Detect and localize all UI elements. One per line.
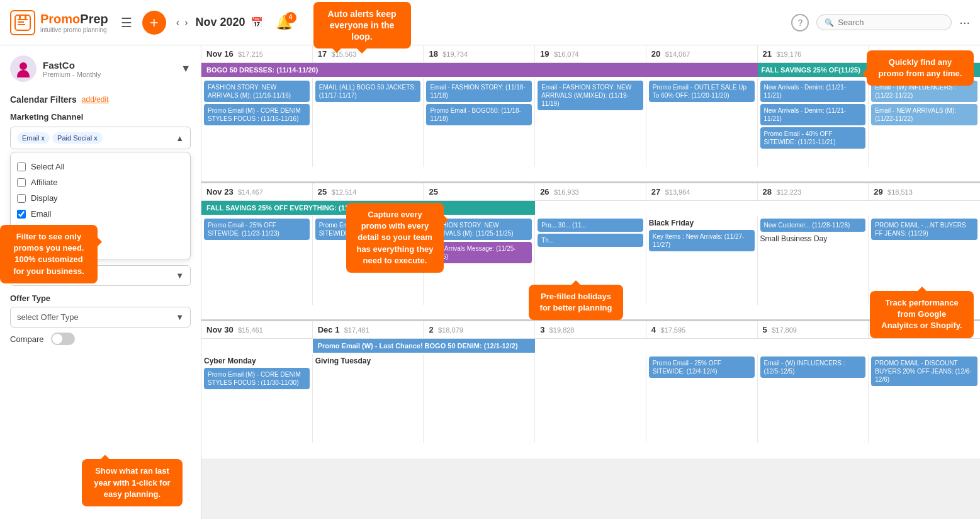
promo-card[interactable]: PROMO EMAIL - DISCOUNT BUYERS 20% OFF JE…	[871, 356, 977, 386]
week3-header: Nov 30 $15,461 Dec 1 $17,481 2 $18,079 3…	[201, 321, 980, 339]
day-cell-19: Email - FASHION STORY: NEW ARRIVALS (W,M…	[535, 78, 646, 167]
hamburger-icon[interactable]: ☰	[121, 15, 132, 30]
promo-card[interactable]: EMAIL (ALL) BOGO 50 JACKETS: (11/17-11/1…	[315, 81, 421, 102]
holiday-black-friday: Black Friday	[649, 219, 755, 227]
company-chevron[interactable]: ▼	[181, 63, 191, 74]
day-header-dec2: 2 $18,079	[424, 321, 535, 338]
day-header-18: 18 $19,734	[424, 45, 535, 62]
add-button[interactable]: +	[142, 11, 166, 35]
promo-card[interactable]: Key Items : New Arrivals: (11/27-11/27)	[649, 230, 755, 251]
promo-bar-bogo-denim[interactable]: Promo Email (W) - Last Chance! BOGO 50 D…	[313, 339, 535, 353]
promo-card[interactable]: PROMO EMAIL - ...NT BUYERS FF JEANS: (11…	[871, 219, 977, 240]
promo-card[interactable]: Promo Email (M) - CORE DENIM STYLES FOCU…	[204, 368, 310, 389]
day-header-30: Nov 30 $15,461	[201, 321, 313, 338]
calendar-icon[interactable]: 📅	[251, 16, 263, 28]
tooltip-capture: Capture every promo with every detail so…	[346, 203, 444, 273]
day-header-23: Nov 23 $14,467	[201, 183, 313, 200]
notifications-bell[interactable]: 🔔 4 Auto alerts keep everyone in the loo…	[276, 14, 293, 31]
svg-point-7	[17, 70, 30, 77]
day-header-26: 26 $16,933	[535, 183, 646, 200]
company-row: FastCo Premium - Monthly ▼	[10, 55, 191, 82]
day-cell-22: Email - (W) INFLUENCERS : (11/22-11/22) …	[869, 78, 980, 167]
offer-type-select[interactable]: select Offer Type ▼	[10, 307, 191, 328]
svg-point-6	[20, 62, 27, 70]
next-arrow[interactable]: ›	[182, 14, 190, 31]
day-cell-dec6: PROMO EMAIL - DISCOUNT BUYERS 20% OFF JE…	[869, 354, 980, 443]
promo-card[interactable]: Promo Email - OUTLET SALE Up To 60% OFF:…	[649, 81, 755, 102]
day-cell-27: Black Friday Key Items : New Arrivals: (…	[646, 216, 758, 305]
compare-toggle[interactable]	[51, 333, 75, 345]
offer-type-label: Offer Type	[10, 294, 191, 303]
compare-label: Compare	[10, 334, 43, 344]
filters-header: Calendar Filters add/edit	[10, 94, 191, 105]
day-cell-18: Email - FASHION STORY: (11/18-11/18) Pro…	[424, 78, 535, 167]
offer-chevron-icon: ▼	[176, 312, 184, 322]
promo-card[interactable]: Email - FASHION STORY: NEW ARRIVALS (W,M…	[538, 81, 643, 110]
marketing-channel-select[interactable]: Email x Paid Social x ▲	[10, 127, 191, 149]
day-cell-28: New Customer... (11/28-11/28) Small Busi…	[758, 216, 869, 305]
promo-card[interactable]: Pro... 30... (11...	[538, 219, 643, 232]
search-box: 🔍	[816, 14, 952, 30]
channel-chevron-icon: ▲	[176, 134, 184, 143]
logo-icon	[10, 10, 35, 35]
week2-header: Nov 23 $14,467 25 $12,514 25 26 $16,933 …	[201, 183, 980, 201]
logo-sub: intuitive promo planning	[40, 26, 108, 33]
day-cell-21: New Arrivals - Denim: (11/21-11/21) New …	[758, 78, 869, 167]
day-cell-17: EMAIL (ALL) BOGO 50 JACKETS: (11/17-11/1…	[313, 78, 424, 167]
main-layout: FastCo Premium - Monthly ▼ Calendar Filt…	[0, 45, 980, 519]
day-cell-23: Promo Email - 25% OFF SITEWIDE: (11/23-1…	[201, 216, 313, 305]
company-info: FastCo Premium - Monthly	[43, 60, 101, 78]
marketing-channel-label: Marketing Channel	[10, 112, 191, 122]
promo-bar-bogo-dresses[interactable]: BOGO 50 DRESSES: (11/14-11/20)	[201, 63, 758, 77]
tooltip-find: Quickly find any promo from any time.	[867, 50, 974, 86]
filters-edit-link[interactable]: add/edit	[82, 95, 109, 104]
promo-card[interactable]: Th...	[538, 234, 643, 247]
company-name: FastCo	[43, 60, 101, 71]
prev-arrow[interactable]: ‹	[174, 14, 182, 31]
checkbox-display[interactable]: Display	[17, 190, 184, 206]
checkbox-select-all[interactable]: Select All	[17, 159, 184, 174]
bell-badge: 4	[285, 12, 296, 23]
day-header-29: 29 $18,513	[869, 183, 980, 200]
calendar: Capture every promo with every detail so…	[201, 45, 980, 519]
promo-card[interactable]: New Customer... (11/28-11/28)	[760, 219, 866, 232]
tooltip-track: Track performance from Google Analyitcs …	[870, 291, 974, 338]
day-cell-dec1: Giving Tuesday	[313, 354, 424, 443]
day-header-28: 28 $12,223	[758, 183, 869, 200]
promo-card[interactable]: Promo Email - 40% OFF SITEWIDE: (11/21-1…	[760, 127, 866, 149]
day-cell-16: FASHION STORY: NEW ARRIVALS (M): (11/16-…	[201, 78, 313, 167]
day-cell-dec5: Email - (W) INFLUENCERS : (12/5-12/5)	[758, 354, 869, 443]
week1-body: BOGO 50 DRESSES: (11/14-11/20) FALL SAVI…	[201, 63, 980, 183]
promo-card[interactable]: Promo Email - BOGO50: (11/18-11/18)	[426, 104, 532, 125]
day-cell-dec2	[424, 354, 535, 443]
week3-body: Promo Email (W) - Last Chance! BOGO 50 D…	[201, 339, 980, 459]
logo-area: PromoPrep intuitive promo planning	[10, 10, 108, 35]
company-plan: Premium - Monthly	[43, 71, 101, 78]
checkbox-email[interactable]: Email	[17, 206, 184, 222]
promo-card[interactable]: New Arrivals - Denim: (11/21-11/21)	[760, 104, 866, 125]
day-header-25: 25	[424, 183, 535, 200]
promo-card[interactable]: Promo Email - 25% OFF SITEWIDE: (11/23-1…	[204, 219, 310, 240]
promo-card[interactable]: Email - NEW ARRIVALS (M): (11/22-11/22)	[871, 104, 977, 125]
checkbox-affiliate[interactable]: Affiliate	[17, 174, 184, 190]
week3-cells: Cyber Monday Promo Email (M) - CORE DENI…	[201, 339, 980, 443]
compare-row: Compare	[10, 333, 191, 345]
day-header-24: 25 $12,514	[313, 183, 424, 200]
day-cell-dec4: Promo Email - 25% OFF SITEWIDE: (12/4-12…	[646, 354, 758, 443]
help-button[interactable]: ?	[791, 14, 809, 31]
promo-card[interactable]: Email - (W) INFLUENCERS : (12/5-12/5)	[760, 356, 866, 378]
day-header-21: 21 $19,176	[758, 45, 869, 62]
chip-container: Email x Paid Social x	[17, 132, 176, 144]
tooltip-compare: Show what ran last year with 1-click for…	[82, 459, 183, 506]
promo-card[interactable]: Email - FASHION STORY: (11/18-11/18)	[426, 81, 532, 102]
logo-brand: PromoPrep	[40, 12, 108, 26]
company-avatar	[10, 55, 37, 82]
promo-card[interactable]: New Arrivals - Denim: (11/21-11/21)	[760, 81, 866, 102]
search-input[interactable]	[838, 18, 943, 27]
promo-card[interactable]: FASHION STORY: NEW ARRIVALS (M): (11/16-…	[204, 81, 310, 102]
more-options-button[interactable]: ···	[959, 15, 970, 30]
promo-card[interactable]: Promo Email (M) - CORE DENIM STYLES FOCU…	[204, 104, 310, 125]
day-header-dec3: 3 $19,828	[535, 321, 646, 338]
promo-card[interactable]: Promo Email - 25% OFF SITEWIDE: (12/4-12…	[649, 356, 755, 378]
holiday-cyber-monday: Cyber Monday	[204, 356, 310, 365]
